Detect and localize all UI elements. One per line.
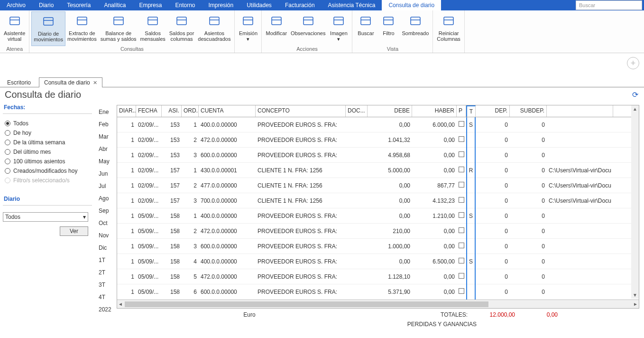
checkbox[interactable]: [459, 121, 464, 127]
ribbon-filtro[interactable]: Filtro: [377, 11, 400, 46]
scroll-right-icon[interactable]: ►: [633, 301, 638, 307]
filter-radio-0[interactable]: Todos: [3, 119, 92, 128]
month-jun[interactable]: Jun: [95, 168, 117, 180]
checkbox[interactable]: [459, 151, 464, 157]
col-header[interactable]: DEBE: [368, 105, 412, 117]
vertical-scrollbar[interactable]: ▲ ▼: [631, 105, 639, 299]
menu-asistencia-técnica[interactable]: Asistencia Técnica: [322, 0, 382, 10]
ribbon-imagen[interactable]: Imagen▾: [327, 11, 350, 46]
menu-consulta-de-diario[interactable]: Consulta de diario: [382, 0, 441, 10]
ribbon-extracto[interactable]: Extracto demovimientos: [65, 11, 99, 46]
col-header[interactable]: CONCEPTO: [256, 105, 346, 117]
ribbon-diario-mov[interactable]: Diario demovimientos: [31, 11, 65, 46]
checkbox[interactable]: [459, 197, 464, 203]
checkbox[interactable]: [459, 212, 464, 218]
col-header[interactable]: DEP.: [476, 105, 510, 117]
table-row[interactable]: 105/09/...1584400.0.0.00000PROVEEDOR EUR…: [117, 254, 639, 269]
table-row[interactable]: 105/09/...1585472.0.0.00000PROVEEDOR EUR…: [117, 269, 639, 284]
month-1t[interactable]: 1T: [95, 254, 117, 266]
table-row[interactable]: 102/09/...1532472.0.0.00000PROVEEDOR EUR…: [117, 132, 639, 148]
menu-impresión[interactable]: Impresión: [202, 0, 240, 10]
scroll-left-icon[interactable]: ◄: [118, 301, 123, 307]
tab-escritorio[interactable]: Escritorio: [2, 77, 36, 87]
month-2t[interactable]: 2T: [95, 266, 117, 279]
ribbon-asientos-d[interactable]: Asientosdescuadrados: [196, 11, 232, 46]
col-header[interactable]: DOC...: [346, 105, 368, 117]
checkbox[interactable]: [459, 167, 464, 172]
col-header[interactable]: T: [466, 105, 476, 117]
col-header[interactable]: SUBDEP.: [510, 105, 547, 117]
col-header[interactable]: ORD.: [182, 105, 199, 117]
table-row[interactable]: 105/09/...1586600.0.0.00000PROVEEDOR EUR…: [117, 284, 639, 300]
ribbon-balance[interactable]: Balance desumas y saldos: [99, 11, 138, 46]
table-row[interactable]: 105/09/...1582472.0.0.00000PROVEEDOR EUR…: [117, 224, 639, 239]
checkbox[interactable]: [459, 258, 464, 263]
menu-tesorería[interactable]: Tesorería: [60, 0, 97, 10]
checkbox[interactable]: [459, 243, 464, 248]
ribbon-saldos-m[interactable]: Saldosmensuales: [138, 11, 167, 46]
menu-utilidades[interactable]: Utilidades: [240, 0, 278, 10]
month-mar[interactable]: Mar: [95, 131, 117, 143]
month-ene[interactable]: Ene: [95, 106, 117, 118]
menu-entorno[interactable]: Entorno: [168, 0, 202, 10]
refresh-icon[interactable]: ⟳: [632, 90, 638, 99]
ribbon-buscar[interactable]: Buscar: [354, 11, 377, 46]
col-header[interactable]: [547, 105, 613, 117]
ver-button[interactable]: Ver: [60, 226, 88, 236]
month-ago[interactable]: Ago: [95, 192, 117, 205]
month-oct[interactable]: Oct: [95, 217, 117, 229]
table-row[interactable]: 105/09/...1583600.0.0.00000PROVEEDOR EUR…: [117, 239, 639, 254]
table-row[interactable]: 105/09/...1581400.0.0.00000PROVEEDOR EUR…: [117, 208, 639, 224]
scroll-down-icon[interactable]: ▼: [632, 291, 638, 299]
table-row[interactable]: 102/09/...1572477.0.0.00000CLIENTE 1 N. …: [117, 178, 639, 193]
tab-consulta-de-diario[interactable]: Consulta de diario✕: [39, 77, 102, 87]
ribbon-emision[interactable]: Emisión▾: [237, 11, 259, 52]
filter-radio-3[interactable]: Del último mes: [3, 147, 92, 157]
checkbox[interactable]: [459, 273, 464, 279]
menu-analítica[interactable]: Analítica: [97, 0, 132, 10]
menu-archivo[interactable]: Archivo: [0, 0, 32, 10]
month-feb[interactable]: Feb: [95, 118, 117, 131]
col-header[interactable]: ASI.: [162, 105, 182, 117]
month-may[interactable]: May: [95, 155, 117, 168]
month-4t[interactable]: 4T: [95, 291, 117, 303]
table-row[interactable]: 102/09/...1573700.0.0.00000CLIENTE 1 N. …: [117, 193, 639, 208]
menu-facturación[interactable]: Facturación: [278, 0, 322, 10]
filter-radio-1[interactable]: De hoy: [3, 128, 92, 138]
month-2022[interactable]: 2022: [95, 303, 117, 316]
filter-radio-4[interactable]: 100 últimos asientos: [3, 157, 92, 166]
ribbon-modificar[interactable]: Modificar: [264, 11, 289, 46]
horizontal-scrollbar[interactable]: ◄ ►: [117, 300, 639, 308]
checkbox[interactable]: [459, 227, 464, 233]
table-row[interactable]: 102/09/...1531400.0.0.00000PROVEEDOR EUR…: [117, 117, 639, 132]
ribbon-sombreado[interactable]: Sombreado: [400, 11, 431, 46]
col-header[interactable]: P: [457, 105, 466, 117]
filter-radio-2[interactable]: De la última semana: [3, 138, 92, 147]
menu-diario[interactable]: Diario: [32, 0, 60, 10]
table-row[interactable]: 102/09/...1533600.0.0.00000PROVEEDOR EUR…: [117, 148, 639, 163]
search-input[interactable]: Buscar: [576, 0, 642, 10]
month-jul[interactable]: Jul: [95, 180, 117, 192]
diario-combo[interactable]: Todos▾: [3, 212, 88, 222]
table-row[interactable]: 102/09/...1571430.0.0.00001CLIENTE 1 N. …: [117, 163, 639, 178]
month-abr[interactable]: Abr: [95, 143, 117, 155]
ribbon-observ[interactable]: Observaciones: [289, 11, 327, 46]
month-sep[interactable]: Sep: [95, 205, 117, 217]
ribbon-asistente[interactable]: Asistentevirtual: [2, 11, 27, 46]
checkbox[interactable]: [459, 182, 464, 188]
checkbox[interactable]: [459, 136, 464, 142]
col-header[interactable]: CUENTA: [199, 105, 256, 117]
ribbon-saldos-c[interactable]: Saldos porcolumnas: [167, 11, 196, 46]
checkbox[interactable]: [459, 288, 464, 294]
scroll-up-icon[interactable]: ▲: [632, 105, 638, 113]
month-dic[interactable]: Dic: [95, 242, 117, 254]
add-tab-button[interactable]: +: [627, 57, 639, 69]
menu-empresa[interactable]: Empresa: [132, 0, 168, 10]
close-icon[interactable]: ✕: [93, 80, 97, 86]
col-header[interactable]: HABER: [412, 105, 457, 117]
filter-radio-5[interactable]: Creados/modificados hoy: [3, 166, 92, 176]
col-header[interactable]: DIAR..: [117, 105, 136, 117]
col-header[interactable]: FECHA: [136, 105, 162, 117]
month-3t[interactable]: 3T: [95, 279, 117, 291]
ribbon-reiniciar[interactable]: ReiniciarColumnas: [435, 11, 462, 52]
